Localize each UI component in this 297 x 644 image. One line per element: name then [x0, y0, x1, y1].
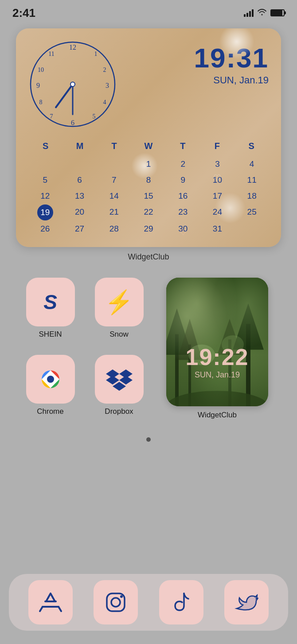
page-indicators [0, 437, 297, 442]
cal-cell: 11 [235, 173, 269, 188]
cal-cell: 2 [166, 157, 200, 172]
page-dot-1 [146, 437, 151, 442]
dock [9, 574, 288, 631]
dock-tiktok[interactable] [159, 580, 203, 624]
widget-date-text: SUN, Jan.19 [166, 370, 268, 380]
cal-cell [28, 157, 62, 172]
svg-text:2: 2 [103, 67, 106, 73]
forest-overlay [166, 278, 268, 406]
snow-label: Snow [109, 330, 129, 339]
svg-text:11: 11 [48, 51, 54, 57]
cal-cell: 7 [97, 173, 131, 188]
digital-clock: 19:31 SUN, Jan.19 [194, 40, 269, 86]
svg-text:12: 12 [69, 43, 76, 51]
cal-cell: 29 [132, 221, 165, 236]
chrome-label: Chrome [37, 407, 63, 416]
battery-icon [270, 9, 285, 16]
forest-widget: 19:22 SUN, Jan.19 [166, 278, 268, 406]
app-grid: S SHEIN ⚡ Snow [16, 274, 281, 428]
svg-text:6: 6 [71, 119, 74, 126]
cal-cell: 30 ♡ [166, 221, 200, 236]
wifi-icon [257, 8, 267, 17]
dropbox-icon-bg [95, 355, 144, 404]
cal-cell: 10 ♡ [201, 173, 234, 188]
svg-point-38 [120, 595, 123, 598]
svg-line-14 [56, 84, 73, 107]
signal-icon [244, 9, 254, 17]
cal-cell [97, 157, 131, 172]
cal-cell: 25 [235, 204, 269, 220]
cal-header-s1: S [28, 139, 63, 153]
widget-time-overlay: 19:22 SUN, Jan.19 [166, 346, 268, 380]
cal-cell: 24 [201, 204, 234, 220]
svg-point-29 [47, 376, 54, 383]
chrome-app[interactable]: Chrome [16, 351, 85, 420]
cal-cell: 21 [97, 204, 131, 220]
cal-cell: 12 [28, 188, 62, 204]
app-store-icon [38, 590, 63, 615]
dock-twitter[interactable] [224, 580, 269, 624]
cal-cell: 13 [63, 188, 97, 204]
dock-app-store[interactable] [28, 580, 73, 624]
cal-cell: 26 [28, 221, 62, 236]
shein-app[interactable]: S SHEIN [16, 274, 85, 342]
cal-cell: 3 [201, 157, 234, 172]
digital-date-display: SUN, Jan.19 [194, 75, 269, 86]
cal-cell: 4 [235, 157, 269, 172]
status-icons [244, 8, 285, 17]
cal-header-w: W [131, 139, 165, 153]
cal-cell: 22 [132, 204, 165, 220]
cal-cell: 28 [97, 221, 131, 236]
main-widget-label: WidgetClub [0, 252, 297, 262]
cal-cell: 20 [63, 204, 97, 220]
svg-point-37 [111, 598, 120, 607]
svg-text:5: 5 [93, 113, 96, 120]
forest-background [166, 278, 268, 406]
cal-cell [235, 221, 269, 236]
widget-club-label: WidgetClub [198, 411, 237, 420]
cal-cell: 14 [97, 188, 131, 204]
status-bar: 2:41 [0, 0, 297, 24]
cal-cell: 6 [63, 173, 97, 188]
twitter-icon [234, 590, 259, 615]
calendar: S M T W T F S 1 2 3 4 5 6 7 8 9 10 ♡ 1 [28, 139, 269, 236]
shein-label: SHEIN [39, 330, 62, 339]
status-time: 2:41 [12, 6, 35, 20]
calendar-header: S M T W T F S [28, 139, 269, 153]
svg-text:3: 3 [106, 82, 109, 89]
svg-text:1: 1 [94, 51, 98, 57]
dropbox-app[interactable]: Dropbox [85, 351, 153, 420]
cal-header-m: M [63, 139, 97, 153]
cal-cell: 18 [235, 188, 269, 204]
main-clock-widget[interactable]: 12 3 6 9 1 2 4 5 7 8 10 11 19 [16, 28, 281, 247]
cal-cell: 8 [132, 173, 165, 188]
analog-clock: 12 3 6 9 1 2 4 5 7 8 10 11 [28, 40, 117, 129]
cal-cell: 16 [166, 188, 200, 204]
dropbox-icon [106, 366, 133, 393]
svg-point-15 [70, 82, 75, 86]
snow-icon-bg: ⚡ [95, 278, 144, 326]
dock-instagram[interactable] [94, 580, 138, 624]
dropbox-label: Dropbox [105, 407, 133, 416]
snow-app[interactable]: ⚡ Snow [85, 274, 153, 342]
digital-time-display: 19:31 [194, 44, 269, 72]
svg-text:9: 9 [36, 82, 40, 89]
cal-cell: 9 [166, 173, 200, 188]
widget-club-widget[interactable]: 19:22 SUN, Jan.19 WidgetClub [153, 274, 281, 420]
cal-header-t1: T [97, 139, 131, 153]
snow-bolt-icon: ⚡ [105, 289, 133, 316]
tiktok-icon [169, 590, 194, 615]
shein-letter: S [43, 290, 57, 314]
cal-cell: 15 [132, 188, 165, 204]
instagram-icon [103, 590, 128, 615]
cal-header-f: F [200, 139, 234, 153]
widget-time-text: 19:22 [166, 346, 268, 369]
svg-text:4: 4 [103, 99, 106, 106]
cal-cell: 5 [28, 173, 62, 188]
cal-cell: 31 [201, 221, 234, 236]
svg-text:7: 7 [50, 113, 53, 120]
cal-cell: 17 [201, 188, 234, 204]
cal-header-s2: S [234, 139, 269, 153]
cal-cell: 23 [166, 204, 200, 220]
cal-cell: 1 [132, 157, 165, 172]
